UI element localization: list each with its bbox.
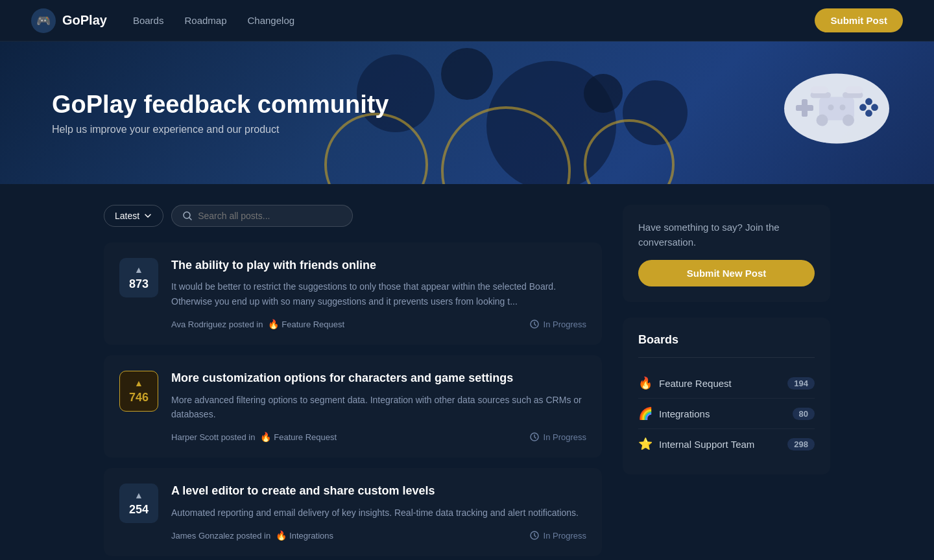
board-item-left: 🔥 Feature Request bbox=[638, 376, 732, 390]
main-container: Latest ▲ 873 The ability to play with fr… bbox=[78, 184, 856, 560]
in-progress-icon bbox=[529, 319, 540, 329]
board-item-left: 🌈 Integrations bbox=[638, 406, 710, 421]
board-icon: 🔥 bbox=[273, 530, 287, 541]
status-badge: In Progress bbox=[529, 319, 586, 329]
svg-point-4 bbox=[865, 98, 872, 105]
nav-link-boards[interactable]: Boards bbox=[133, 15, 164, 26]
logo-icon: 🎮 bbox=[31, 8, 56, 33]
status-text: In Progress bbox=[544, 531, 586, 541]
board-item-icon: ⭐ bbox=[638, 437, 653, 451]
sidebar-cta-card: Have something to say? Join the conversa… bbox=[623, 205, 830, 302]
svg-point-10 bbox=[817, 115, 828, 126]
svg-point-8 bbox=[828, 104, 834, 110]
status-badge: In Progress bbox=[529, 432, 586, 442]
board-item-name: Integrations bbox=[659, 408, 710, 419]
nav-links: Boards Roadmap Changelog bbox=[133, 15, 815, 26]
board-item-name: Internal Support Team bbox=[659, 439, 754, 450]
svg-point-5 bbox=[871, 104, 878, 111]
chevron-down-icon bbox=[143, 211, 152, 220]
boards-title: Boards bbox=[638, 333, 815, 358]
post-description: It would be better to restrict the sugge… bbox=[171, 279, 586, 309]
hero-title: GoPlay feedback community bbox=[52, 91, 389, 119]
post-card[interactable]: ▲ 254 A level editor to create and share… bbox=[104, 468, 602, 556]
board-item-count: 194 bbox=[787, 377, 815, 390]
post-meta-left: Harper Scott posted in 🔥 Feature Request bbox=[171, 432, 337, 442]
vote-count: 746 bbox=[129, 391, 149, 404]
post-title[interactable]: The ability to play with friends online bbox=[171, 258, 586, 273]
post-description: Automated reporting and email delivery o… bbox=[171, 506, 586, 520]
board-item-count: 298 bbox=[787, 438, 815, 450]
post-card[interactable]: ▲ 873 The ability to play with friends o… bbox=[104, 242, 602, 345]
boards-list: 🔥 Feature Request 194 🌈 Integrations 80 … bbox=[638, 368, 815, 459]
sidebar: Have something to say? Join the conversa… bbox=[623, 205, 830, 560]
svg-point-9 bbox=[840, 104, 846, 110]
blob-decoration-2 bbox=[441, 48, 493, 100]
filter-bar: Latest bbox=[104, 205, 602, 227]
search-box[interactable] bbox=[171, 205, 353, 227]
status-badge: In Progress bbox=[529, 530, 586, 541]
in-progress-icon bbox=[529, 530, 540, 541]
post-meta: Ava Rodriguez posted in 🔥 Feature Reques… bbox=[171, 319, 586, 329]
post-content: The ability to play with friends online … bbox=[171, 258, 586, 329]
svg-rect-15 bbox=[846, 86, 863, 93]
post-meta: James Gonzalez posted in 🔥 Integrations … bbox=[171, 530, 586, 541]
in-progress-icon bbox=[529, 432, 540, 442]
sidebar-cta-text: Have something to say? Join the conversa… bbox=[638, 220, 815, 250]
controller-illustration bbox=[778, 48, 895, 152]
search-icon bbox=[182, 211, 193, 221]
post-content: A level editor to create and share custo… bbox=[171, 484, 586, 541]
post-board: Feature Request bbox=[281, 320, 344, 329]
board-item[interactable]: 🌈 Integrations 80 bbox=[638, 399, 815, 429]
post-card[interactable]: ▲ 746 More customization options for cha… bbox=[104, 355, 602, 458]
board-item[interactable]: 🔥 Feature Request 194 bbox=[638, 368, 815, 399]
navbar: 🎮 GoPlay Boards Roadmap Changelog Submit… bbox=[0, 0, 934, 41]
post-author: Ava Rodriguez posted in bbox=[171, 320, 263, 329]
post-author: Harper Scott posted in bbox=[171, 432, 255, 442]
board-item-left: ⭐ Internal Support Team bbox=[638, 437, 754, 451]
board-item[interactable]: ⭐ Internal Support Team 298 bbox=[638, 429, 815, 459]
sort-label: Latest bbox=[115, 211, 139, 221]
svg-rect-3 bbox=[802, 99, 808, 117]
svg-rect-14 bbox=[811, 86, 828, 93]
status-text: In Progress bbox=[544, 432, 586, 442]
board-item-icon: 🌈 bbox=[638, 406, 653, 421]
post-meta-left: Ava Rodriguez posted in 🔥 Feature Reques… bbox=[171, 319, 344, 329]
blob-decoration-4 bbox=[584, 74, 623, 113]
board-icon: 🔥 bbox=[257, 432, 271, 442]
post-title[interactable]: A level editor to create and share custo… bbox=[171, 484, 586, 498]
vote-arrow-icon: ▲ bbox=[134, 264, 143, 275]
vote-box[interactable]: ▲ 254 bbox=[119, 484, 158, 523]
board-item-count: 80 bbox=[793, 408, 815, 420]
hero-content: GoPlay feedback community Help us improv… bbox=[52, 91, 389, 135]
board-item-icon: 🔥 bbox=[638, 376, 653, 390]
vote-box[interactable]: ▲ 746 bbox=[119, 371, 158, 412]
board-icon: 🔥 bbox=[265, 319, 279, 329]
hero-section: GoPlay feedback community Help us improv… bbox=[0, 41, 934, 184]
post-author: James Gonzalez posted in bbox=[171, 531, 270, 541]
vote-count: 254 bbox=[129, 503, 149, 517]
vote-box[interactable]: ▲ 873 bbox=[119, 258, 158, 298]
sidebar-boards-card: Boards 🔥 Feature Request 194 🌈 Integrati… bbox=[623, 318, 830, 474]
post-board: Feature Request bbox=[274, 432, 337, 442]
logo-text: GoPlay bbox=[62, 13, 107, 28]
vote-count: 873 bbox=[129, 277, 149, 291]
submit-new-post-button[interactable]: Submit New Post bbox=[638, 260, 815, 286]
left-section: Latest ▲ 873 The ability to play with fr… bbox=[104, 205, 602, 560]
vote-arrow-icon: ▲ bbox=[134, 378, 143, 388]
logo[interactable]: 🎮 GoPlay bbox=[31, 8, 107, 33]
post-description: More advanced filtering options to segme… bbox=[171, 393, 586, 422]
sort-button[interactable]: Latest bbox=[104, 205, 163, 227]
submit-post-button[interactable]: Submit Post bbox=[815, 8, 903, 32]
board-item-name: Feature Request bbox=[659, 378, 732, 389]
posts-container: ▲ 873 The ability to play with friends o… bbox=[104, 242, 602, 556]
post-content: More customization options for character… bbox=[171, 371, 586, 442]
search-input[interactable] bbox=[198, 211, 342, 221]
hero-subtitle: Help us improve your experience and our … bbox=[52, 124, 389, 135]
nav-link-changelog[interactable]: Changelog bbox=[248, 15, 295, 26]
vote-arrow-icon: ▲ bbox=[134, 490, 143, 500]
post-title[interactable]: More customization options for character… bbox=[171, 371, 586, 386]
svg-point-11 bbox=[843, 115, 854, 126]
nav-link-roadmap[interactable]: Roadmap bbox=[184, 15, 226, 26]
post-board: Integrations bbox=[289, 531, 333, 541]
post-meta-left: James Gonzalez posted in 🔥 Integrations bbox=[171, 530, 333, 541]
